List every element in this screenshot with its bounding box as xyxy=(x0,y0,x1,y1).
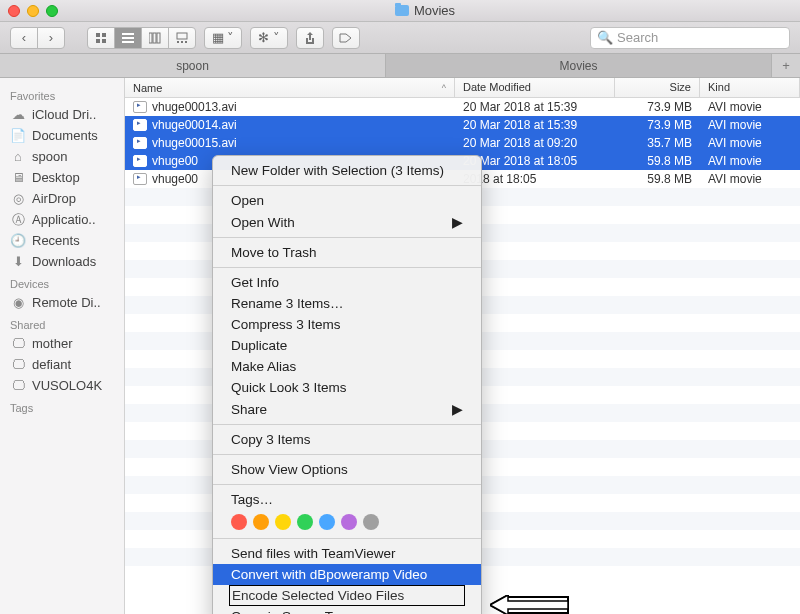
column-view-button[interactable] xyxy=(141,27,169,49)
forward-button[interactable]: › xyxy=(37,27,65,49)
menu-item[interactable]: Share▶ xyxy=(213,398,481,420)
sidebar-item-label: Remote Di.. xyxy=(32,295,101,310)
column-headers: Name^ Date Modified Size Kind xyxy=(125,78,800,98)
file-kind: AVI movie xyxy=(700,136,800,150)
menu-item[interactable]: Duplicate xyxy=(213,335,481,356)
menu-item[interactable]: Tags… xyxy=(213,489,481,510)
sidebar-item-label: Downloads xyxy=(32,254,96,269)
close-button[interactable] xyxy=(8,5,20,17)
tab-bar: spoon Movies + xyxy=(0,54,800,78)
menu-item[interactable]: Show View Options xyxy=(213,459,481,480)
tag-color[interactable] xyxy=(231,514,247,530)
tag-color[interactable] xyxy=(297,514,313,530)
tags-button[interactable] xyxy=(332,27,360,49)
table-row[interactable]: vhuge00014.avi 20 Mar 2018 at 15:39 73.9… xyxy=(125,116,800,134)
apps-icon: Ⓐ xyxy=(10,213,26,227)
svg-rect-6 xyxy=(122,41,134,43)
file-name: vhuge00 xyxy=(152,154,198,168)
col-date[interactable]: Date Modified xyxy=(455,78,615,97)
title-text: Movies xyxy=(414,3,455,18)
sidebar-item-airdrop[interactable]: ◎AirDrop xyxy=(0,188,124,209)
net-icon: 🖵 xyxy=(10,379,26,393)
cloud-icon: ☁ xyxy=(10,108,26,122)
window-title: Movies xyxy=(58,3,792,18)
new-tab-button[interactable]: + xyxy=(772,54,800,77)
menu-tags-row xyxy=(213,510,481,534)
sidebar-item-label: defiant xyxy=(32,357,71,372)
table-row[interactable]: vhuge00015.avi 20 Mar 2018 at 09:20 35.7… xyxy=(125,134,800,152)
sidebar-item-remotedi[interactable]: ◉Remote Di.. xyxy=(0,292,124,313)
table-row[interactable]: vhuge00013.avi 20 Mar 2018 at 15:39 73.9… xyxy=(125,98,800,116)
tag-color[interactable] xyxy=(253,514,269,530)
sidebar-item-label: Desktop xyxy=(32,170,80,185)
sidebar-item-defiant[interactable]: 🖵defiant xyxy=(0,354,124,375)
menu-item[interactable]: Rename 3 Items… xyxy=(213,293,481,314)
sidebar-item-label: mother xyxy=(32,336,72,351)
net-icon: 🖵 xyxy=(10,337,26,351)
menu-separator xyxy=(213,484,481,485)
share-button[interactable] xyxy=(296,27,324,49)
svg-rect-4 xyxy=(122,33,134,35)
sidebar-item-applicatio[interactable]: ⒶApplicatio.. xyxy=(0,209,124,230)
window-controls xyxy=(8,5,58,17)
gallery-view-button[interactable] xyxy=(168,27,196,49)
tag-color[interactable] xyxy=(363,514,379,530)
menu-item[interactable]: Compress 3 Items xyxy=(213,314,481,335)
group-button[interactable]: ▦ ˅ xyxy=(204,27,242,49)
sidebar-item-iclouddri[interactable]: ☁iCloud Dri.. xyxy=(0,104,124,125)
icon-view-button[interactable] xyxy=(87,27,115,49)
svg-rect-12 xyxy=(181,41,183,43)
menu-item[interactable]: Open With▶ xyxy=(213,211,481,233)
sidebar-heading: Shared xyxy=(0,313,124,333)
sidebar-item-vusolok[interactable]: 🖵VUSOLO4K xyxy=(0,375,124,396)
menu-item[interactable]: Copy 3 Items xyxy=(213,429,481,450)
menu-item[interactable]: Get Info xyxy=(213,272,481,293)
disk-icon: ◉ xyxy=(10,296,26,310)
sidebar-item-spoon[interactable]: ⌂spoon xyxy=(0,146,124,167)
sidebar-item-mother[interactable]: 🖵mother xyxy=(0,333,124,354)
tag-color[interactable] xyxy=(275,514,291,530)
file-icon xyxy=(133,173,147,185)
menu-item[interactable]: Make Alias xyxy=(213,356,481,377)
col-size[interactable]: Size xyxy=(615,78,700,97)
sidebar-item-documents[interactable]: 📄Documents xyxy=(0,125,124,146)
menu-item[interactable]: Move to Trash xyxy=(213,242,481,263)
menu-item-boxed[interactable]: Encode Selected Video Files xyxy=(229,585,465,606)
file-kind: AVI movie xyxy=(700,100,800,114)
back-button[interactable]: ‹ xyxy=(10,27,38,49)
menu-item[interactable]: Open in SourceTree xyxy=(213,606,481,614)
annotation-arrow xyxy=(490,595,570,614)
menu-item[interactable]: Send files with TeamViewer xyxy=(213,543,481,564)
folder-icon xyxy=(395,5,409,16)
minimize-button[interactable] xyxy=(27,5,39,17)
file-icon xyxy=(133,137,147,149)
menu-item[interactable]: New Folder with Selection (3 Items) xyxy=(213,160,481,181)
nav-buttons: ‹ › xyxy=(10,27,65,49)
action-button[interactable]: ✻ ˅ xyxy=(250,27,288,49)
menu-item[interactable]: Quick Look 3 Items xyxy=(213,377,481,398)
col-name[interactable]: Name^ xyxy=(125,78,455,97)
tag-color[interactable] xyxy=(341,514,357,530)
svg-rect-11 xyxy=(177,41,179,43)
sidebar-item-recents[interactable]: 🕘Recents xyxy=(0,230,124,251)
search-field[interactable]: 🔍 Search xyxy=(590,27,790,49)
file-date: 20 Mar 2018 at 15:39 xyxy=(455,118,615,132)
maximize-button[interactable] xyxy=(46,5,58,17)
menu-item[interactable]: Open xyxy=(213,190,481,211)
file-size: 59.8 MB xyxy=(615,154,700,168)
tab-spoon[interactable]: spoon xyxy=(0,54,386,77)
list-view-button[interactable] xyxy=(114,27,142,49)
tab-movies[interactable]: Movies xyxy=(386,54,772,77)
tag-color[interactable] xyxy=(319,514,335,530)
col-kind[interactable]: Kind xyxy=(700,78,800,97)
sidebar-item-downloads[interactable]: ⬇Downloads xyxy=(0,251,124,272)
sidebar-item-desktop[interactable]: 🖥Desktop xyxy=(0,167,124,188)
context-menu: New Folder with Selection (3 Items)OpenO… xyxy=(212,155,482,614)
sidebar-item-label: iCloud Dri.. xyxy=(32,107,96,122)
home-icon: ⌂ xyxy=(10,150,26,164)
svg-rect-2 xyxy=(96,39,100,43)
file-name: vhuge00015.avi xyxy=(152,136,237,150)
file-icon xyxy=(133,101,147,113)
svg-rect-10 xyxy=(177,33,187,39)
menu-item[interactable]: Convert with dBpoweramp Video xyxy=(213,564,481,585)
